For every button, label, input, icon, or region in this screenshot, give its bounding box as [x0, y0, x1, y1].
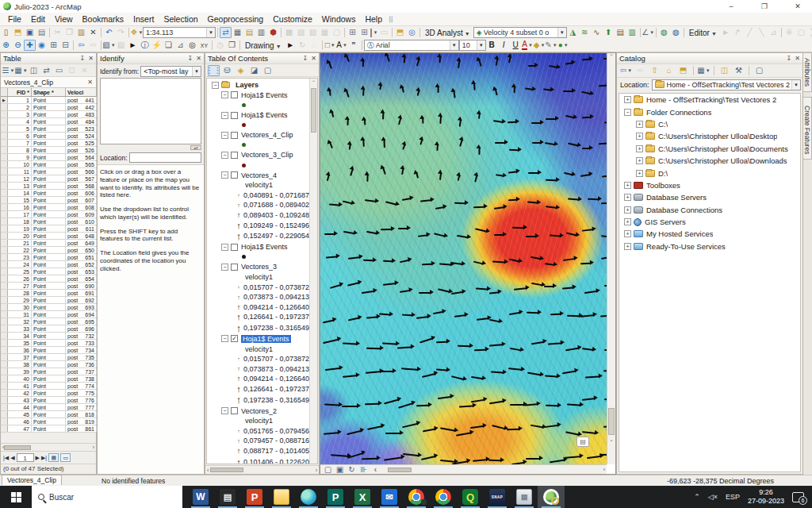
identify-icon[interactable]: ⓘ — [139, 40, 151, 51]
catalog-item[interactable]: +GIS Servers — [619, 216, 800, 228]
catalog-location-combo[interactable]: Home - OffSetTracking\Test Vectores 2 ▼ — [652, 79, 802, 90]
collapse-icon[interactable]: − — [221, 264, 228, 271]
drawing-select-icon[interactable]: ► — [285, 40, 297, 51]
layout-view-icon[interactable]: ▣ — [334, 464, 346, 475]
expand-icon[interactable]: + — [624, 218, 631, 225]
find-icon[interactable]: ◎ — [186, 40, 198, 51]
table-row[interactable]: 33Pointpost696 — [1, 325, 96, 333]
measure-icon[interactable]: ⊿ — [174, 40, 186, 51]
close-icon[interactable]: ✕ — [87, 79, 93, 86]
list-by-source-icon[interactable]: ⛁ — [221, 65, 233, 76]
catalog-item[interactable]: +C:\Users\Christopher Ulloa\Desktop — [619, 130, 800, 142]
search-window-icon[interactable]: ◎ — [406, 27, 418, 38]
list-by-drawing-order-icon[interactable]: ⋮⋮ — [208, 65, 220, 76]
layer-visibility-checkbox[interactable]: ✓ — [231, 335, 238, 342]
scroll-up-icon[interactable]: ⌃ — [310, 79, 317, 87]
column-header-velocity[interactable]: Veloci — [66, 88, 97, 96]
taskbar-app-publisher[interactable]: P — [322, 486, 349, 508]
back-extent-icon[interactable]: ⇦ — [75, 40, 87, 51]
expand-icon[interactable]: + — [624, 243, 631, 250]
toc-layer-label[interactable]: Vectores_2 — [241, 407, 277, 415]
line-color-icon[interactable]: ✎▼ — [546, 40, 557, 51]
toc-layer-label[interactable]: Hoja1$ Events — [241, 243, 288, 251]
close-icon[interactable]: ✕ — [196, 55, 201, 62]
layer-visibility-checkbox[interactable] — [231, 244, 238, 251]
font-color-icon[interactable]: A▼ — [522, 40, 534, 51]
map-overflow-button[interactable]: ▤ — [576, 437, 589, 447]
table-row[interactable]: 29Pointpost692 — [1, 297, 96, 304]
toc-layer-label[interactable]: Vectores_3 — [241, 263, 277, 271]
location-field[interactable] — [129, 152, 202, 163]
table-row[interactable]: 46Pointpost819 — [1, 418, 96, 425]
contents-view-icon[interactable]: ▦▼ — [698, 65, 710, 76]
table-row[interactable]: 37Pointpost735 — [1, 354, 96, 361]
pin-icon[interactable]: ↧ — [787, 55, 792, 62]
table-row[interactable]: 17Pointpost609 — [1, 211, 96, 218]
text-tool-icon[interactable]: A▼ — [336, 40, 348, 51]
steepest-path-icon[interactable]: ≋ — [579, 27, 591, 38]
collapse-icon[interactable]: − — [221, 91, 228, 98]
pin-icon[interactable]: ↧ — [303, 55, 308, 62]
new-document-icon[interactable]: ▯ — [0, 27, 12, 38]
tab-attributes[interactable]: Attributes — [803, 52, 812, 92]
list-by-visibility-icon[interactable]: ◈ — [235, 65, 247, 76]
layer-visibility-checkbox[interactable] — [231, 264, 238, 271]
up-one-level-icon[interactable]: ⇧ — [649, 65, 661, 76]
layer-3d-icon[interactable]: ▥ — [626, 27, 638, 38]
toc-horizontal-scrollbar[interactable]: ‹ › — [205, 465, 319, 474]
data-view-icon[interactable]: ▢ — [322, 464, 334, 475]
taskbar-app-word[interactable]: W — [187, 486, 214, 508]
table-row[interactable]: 26Pointpost654 — [1, 275, 96, 283]
collapse-icon[interactable]: − — [221, 407, 228, 414]
menu-selection[interactable]: Selection — [159, 13, 202, 25]
add-data-icon[interactable]: ❖▼ — [131, 27, 143, 38]
expand-icon[interactable]: + — [624, 206, 631, 214]
table-row[interactable]: 39Pointpost737 — [1, 368, 96, 375]
menu-view[interactable]: View — [50, 13, 78, 25]
contour-icon[interactable]: ∿ — [591, 27, 603, 38]
create-graph-icon[interactable]: ∠▼ — [642, 27, 654, 38]
collapse-icon[interactable]: − — [221, 171, 228, 179]
catalog-item[interactable]: +C:\Users\Christopher Ulloa\Documents — [619, 143, 800, 155]
menu-customize[interactable]: Customize — [268, 13, 317, 25]
table-row[interactable]: ▶1Pointpost441 — [1, 97, 96, 104]
language-indicator[interactable]: ESP — [726, 493, 740, 501]
chevron-down-icon[interactable]: ▼ — [791, 80, 800, 90]
identify-results-list[interactable] — [100, 78, 201, 144]
arctoolbox-icon[interactable]: ⬢ — [267, 27, 279, 38]
tab-create-features[interactable]: Create Features — [803, 97, 812, 160]
menu-edit[interactable]: Edit — [26, 13, 50, 25]
last-record-icon[interactable]: ▶| — [41, 455, 47, 461]
taskbar-app-arcmap[interactable] — [538, 486, 565, 508]
table-row[interactable]: 21Pointpost649 — [1, 240, 96, 247]
font-size-combo[interactable]: 10▼ — [459, 40, 486, 51]
collapse-icon[interactable]: − — [221, 244, 228, 251]
table-row[interactable]: 25Pointpost653 — [1, 268, 96, 275]
chevron-down-icon[interactable]: ▼ — [373, 30, 378, 35]
table-bottom-tab[interactable]: Vectores_4_Clip — [2, 475, 62, 485]
catalog-item[interactable]: +Database Connections — [619, 204, 800, 216]
chevron-down-icon[interactable]: ▼ — [206, 28, 215, 37]
full-extent-icon[interactable]: ◉ — [36, 40, 48, 51]
first-record-icon[interactable]: |◀ — [3, 455, 9, 461]
launch-arcmap-icon[interactable]: ◫ — [718, 65, 730, 76]
shape-tool-icon[interactable]: □▼ — [324, 40, 336, 51]
table-row[interactable]: 9Pointpost564 — [1, 154, 96, 161]
taskbar-app-chrome-profile-1[interactable] — [403, 486, 430, 508]
table-row[interactable]: 41Pointpost774 — [1, 383, 96, 390]
collapse-icon[interactable]: − — [212, 82, 219, 89]
point-symbol[interactable] — [242, 164, 246, 167]
expand-icon[interactable]: + — [624, 96, 631, 103]
chevron-down-icon[interactable]: ▼ — [192, 67, 201, 76]
table-row[interactable]: 44Pointpost777 — [1, 404, 96, 411]
taskbar-app-snap[interactable]: SNAP — [484, 486, 511, 508]
close-icon[interactable]: ✕ — [795, 55, 800, 62]
catalog-window-icon[interactable]: ⬒ — [394, 27, 406, 38]
clock[interactable]: 9:26 27-09-2023 — [748, 488, 784, 506]
menu-geoprocessing[interactable]: Geoprocessing — [203, 13, 269, 25]
table-row[interactable]: 13Pointpost568 — [1, 183, 96, 190]
close-icon[interactable]: ✕ — [88, 55, 94, 62]
catalog-item[interactable]: −Folder Connections — [619, 106, 800, 117]
close-button[interactable]: ✕ — [793, 2, 802, 10]
table-row[interactable]: 7Pointpost525 — [1, 140, 96, 147]
